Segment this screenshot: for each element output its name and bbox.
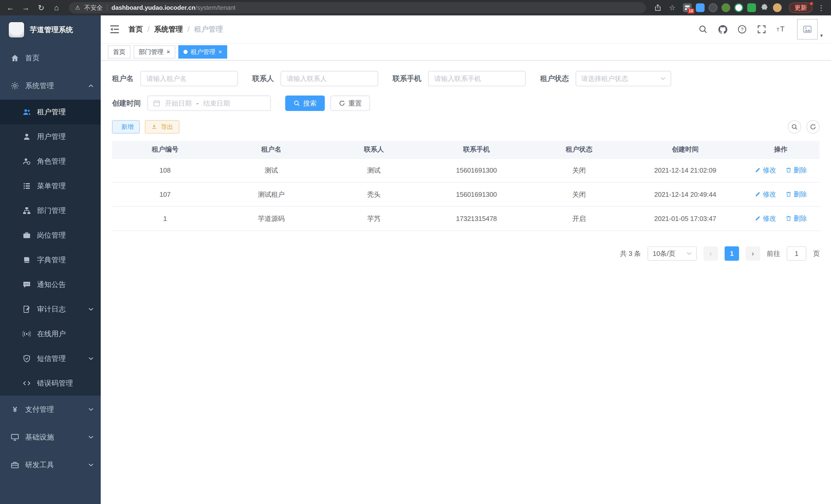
contact-input[interactable] [281, 71, 378, 86]
breadcrumb-home[interactable]: 首页 [128, 24, 143, 34]
profile-avatar-icon[interactable] [773, 3, 782, 12]
sidebar-item-position-management[interactable]: 岗位管理 [0, 223, 101, 248]
caret-down-icon: ▾ [820, 32, 823, 38]
sidebar-item-sms-management[interactable]: 短信管理 [0, 346, 101, 371]
ext-globe-icon[interactable] [709, 3, 717, 12]
page-content: 租户名 联系人 联系手机 租户状态 请选择租户状态 [101, 61, 831, 504]
ext-green-icon[interactable] [721, 3, 730, 12]
browser-reload-icon[interactable]: ↻ [35, 2, 47, 14]
extension-badge: 10 [688, 8, 694, 13]
tab-department-management[interactable]: 部门管理 × [134, 45, 175, 59]
close-icon[interactable]: × [219, 49, 222, 55]
sidebar-fold-icon[interactable] [109, 24, 120, 35]
sidebar-item-infrastructure[interactable]: 基础设施 [0, 423, 101, 451]
browser-menu-kebab-icon[interactable]: ⋮ [815, 2, 827, 13]
fullscreen-icon[interactable] [757, 25, 766, 34]
sidebar-item-system-management[interactable]: 系统管理 [0, 72, 101, 100]
sidebar-item-role-management[interactable]: 角色管理 [0, 149, 101, 174]
col-actions: 操作 [742, 141, 820, 158]
toolbar-right [788, 120, 820, 134]
cell-tenant-id: 108 [112, 158, 218, 182]
help-icon[interactable]: ? [738, 25, 747, 34]
org-tree-icon [23, 207, 31, 215]
bookmark-star-icon[interactable]: ☆ [666, 2, 678, 13]
sidebar-logo[interactable]: 芋道管理系统 [0, 16, 101, 44]
edit-link[interactable]: 修改 [755, 214, 776, 223]
browser-forward-icon[interactable]: → [20, 2, 32, 14]
user-menu[interactable]: ▾ [797, 19, 823, 39]
delete-link[interactable]: 删除 [785, 190, 807, 199]
breadcrumb-system[interactable]: 系统管理 [154, 24, 183, 34]
add-button[interactable]: 新增 [112, 120, 140, 134]
user-icon [23, 132, 31, 141]
ext-grid-icon[interactable]: 10 [683, 3, 692, 12]
sidebar-item-menu-management[interactable]: 菜单管理 [0, 174, 101, 198]
github-icon[interactable] [718, 25, 727, 34]
export-button[interactable]: 导出 [145, 120, 179, 134]
cell-tenant-id: 1 [112, 207, 218, 231]
sidebar-item-announcements[interactable]: 通知公告 [0, 272, 101, 297]
url-path: /system/tenant [195, 4, 235, 11]
sidebar-item-dev-tools[interactable]: 研发工具 [0, 451, 101, 479]
sidebar-item-error-code-management[interactable]: 错误码管理 [0, 371, 101, 395]
search-icon[interactable] [698, 25, 708, 34]
edit-link[interactable]: 修改 [755, 190, 776, 199]
tab-tenant-management[interactable]: 租户管理 × [178, 45, 227, 59]
page-unit-label: 页 [813, 249, 820, 258]
browser-back-icon[interactable]: ← [4, 2, 17, 14]
table-toolbar: 新增 导出 [112, 120, 820, 134]
chevron-down-icon [88, 408, 93, 411]
sidebar-item-department-management[interactable]: 部门管理 [0, 198, 101, 223]
edit-icon [755, 191, 761, 197]
next-page-button[interactable]: › [746, 246, 760, 261]
delete-link[interactable]: 删除 [785, 166, 807, 175]
edit-link[interactable]: 修改 [755, 166, 776, 175]
share-icon[interactable] [652, 2, 663, 13]
sms-shield-icon [23, 355, 31, 363]
edit-icon [755, 167, 761, 173]
svg-text:T: T [776, 27, 779, 32]
address-bar[interactable]: ⚠ 不安全 dashboard.yudao.iocoder.cn/system/… [69, 2, 646, 13]
status-select[interactable]: 请选择租户状态 [576, 71, 671, 86]
sidebar-item-user-management[interactable]: 用户管理 [0, 124, 101, 149]
prev-page-button[interactable]: ‹ [704, 246, 718, 261]
search-button[interactable]: 搜索 [285, 95, 325, 111]
tenant-name-input[interactable] [140, 71, 238, 86]
sidebar-item-online-users[interactable]: 在线用户 [0, 322, 101, 346]
refresh-table-icon[interactable] [806, 120, 820, 134]
cell-actions: 修改删除 [742, 158, 820, 182]
current-page[interactable]: 1 [725, 246, 739, 261]
create-time-label: 创建时间 [112, 98, 141, 108]
mobile-input[interactable] [428, 71, 526, 86]
page-size-select[interactable]: 10条/页 [648, 246, 697, 261]
calendar-icon [153, 100, 160, 107]
col-created: 创建时间 [629, 141, 742, 158]
status-select-placeholder: 请选择租户状态 [581, 74, 628, 83]
reset-button[interactable]: 重置 [331, 95, 370, 111]
ext-chat-icon[interactable] [747, 3, 756, 12]
sidebar-item-payment-management[interactable]: ¥ 支付管理 [0, 395, 101, 423]
date-range-picker[interactable]: 开始日期 - 结束日期 [147, 95, 271, 111]
pagination-total: 共 3 条 [620, 249, 641, 258]
font-size-icon[interactable]: TT [776, 25, 786, 34]
toggle-search-icon[interactable] [788, 120, 801, 134]
browser-home-icon[interactable]: ⌂ [50, 2, 63, 14]
sidebar-item-tenant-management[interactable]: 租户管理 [0, 100, 101, 124]
url-text: dashboard.yudao.iocoder.cn/system/tenant [112, 4, 236, 11]
tags-view: 首页 部门管理 × 租户管理 × [101, 43, 831, 61]
ext-ring-icon[interactable] [735, 3, 743, 12]
tenants-icon [23, 108, 31, 116]
security-label[interactable]: 不安全 [84, 4, 103, 12]
update-button[interactable]: 更新 [789, 3, 812, 13]
close-icon[interactable]: × [167, 49, 170, 55]
delete-link[interactable]: 删除 [785, 214, 807, 223]
tab-home[interactable]: 首页 [108, 45, 131, 59]
sidebar-item-audit-log[interactable]: 审计日志 [0, 297, 101, 322]
goto-page-input[interactable] [787, 246, 806, 261]
ext-blue-icon[interactable] [696, 3, 705, 12]
sidebar-item-home[interactable]: 首页 [0, 44, 101, 72]
briefcase-icon [23, 231, 31, 239]
cell-tenant-id: 107 [112, 182, 218, 207]
extensions-puzzle-icon[interactable] [760, 3, 769, 12]
sidebar-item-dictionary-management[interactable]: 字典管理 [0, 248, 101, 272]
